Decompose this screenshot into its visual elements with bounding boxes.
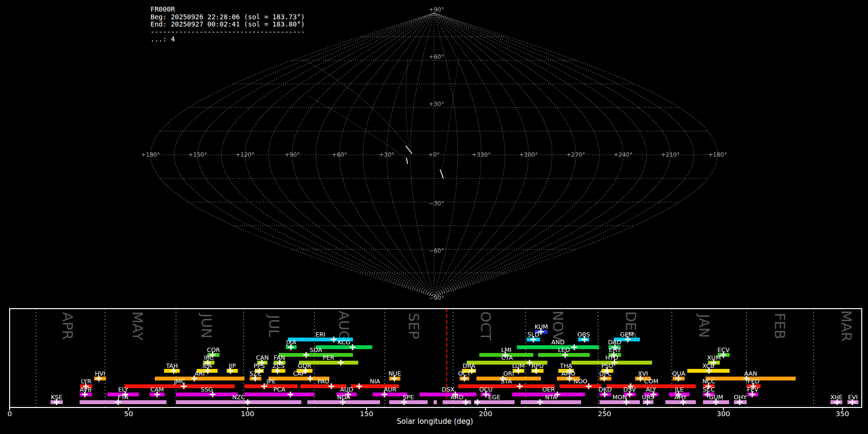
x-tick-label: 0 bbox=[7, 410, 12, 418]
shower-label: AMO bbox=[561, 370, 575, 377]
month-label: OCT bbox=[477, 312, 494, 341]
shower-label: HYD bbox=[605, 354, 618, 361]
month-label: APR bbox=[59, 312, 76, 339]
sky-lat-label: −30° bbox=[429, 200, 444, 207]
shower-label: CAP bbox=[293, 370, 305, 377]
shower-bar bbox=[458, 384, 555, 388]
x-tick-label: 350 bbox=[836, 410, 849, 418]
x-tick-label: 200 bbox=[479, 410, 492, 418]
x-tick-label: 300 bbox=[717, 410, 730, 418]
month-label: SEP bbox=[406, 313, 422, 339]
sky-lon-label: +210° bbox=[661, 151, 680, 158]
shower-bar bbox=[80, 400, 166, 404]
shower-bar bbox=[420, 393, 476, 396]
shower-label: STA bbox=[501, 378, 512, 385]
sky-lon-label: +150° bbox=[189, 151, 207, 158]
shower-label: AHY bbox=[675, 393, 687, 401]
shower-label: ERI bbox=[315, 331, 325, 338]
shower-label: HVI bbox=[95, 370, 106, 377]
sky-lat-label: −60° bbox=[429, 247, 444, 254]
shower-label: GDR bbox=[298, 362, 312, 369]
meteor-count-line: ...: 4 bbox=[150, 36, 305, 43]
month-label: JUL bbox=[266, 314, 282, 337]
shower-label: JLE bbox=[674, 386, 684, 393]
shower-label: OER bbox=[542, 386, 555, 393]
shower-bar bbox=[559, 384, 601, 388]
month-label: JUN bbox=[198, 312, 215, 338]
sky-lon-label: +120° bbox=[236, 151, 255, 158]
shower-label: FEV bbox=[747, 386, 759, 393]
shower-bar bbox=[244, 393, 314, 396]
shower-label: JPE bbox=[266, 378, 275, 385]
shower-label: OBS bbox=[577, 331, 590, 338]
shower-label: LMI bbox=[501, 346, 511, 353]
meteor-trail bbox=[309, 96, 407, 159]
separator-line: -------------------------------------- bbox=[150, 28, 305, 36]
x-tick-label: 150 bbox=[360, 410, 373, 418]
end-time-line: End: 20250927 00:02:41 (sol = 183.80°) bbox=[150, 21, 305, 28]
shower-bar bbox=[124, 384, 235, 388]
shower-label: LEO bbox=[558, 346, 570, 353]
observation-info-block: FR000RBeg: 20250926 22:28:06 (sol = 183.… bbox=[150, 6, 305, 43]
month-label: MAR bbox=[838, 310, 854, 341]
shower-bar bbox=[176, 393, 238, 396]
shower-label: RPU bbox=[531, 362, 543, 369]
shower-bar bbox=[389, 400, 428, 404]
shower-label: NIA bbox=[370, 378, 380, 385]
meteor-trail bbox=[406, 58, 409, 146]
meteor-observation-screen: +180°+150°+120°+90°+60°+30°+0°+330°+300°… bbox=[0, 0, 868, 434]
shower-label: ARD bbox=[450, 393, 463, 401]
shower-label: PER bbox=[323, 354, 334, 361]
shower-bar bbox=[279, 353, 353, 357]
sky-lon-label: +270° bbox=[567, 151, 585, 158]
begin-time-line: Beg: 20250926 22:28:06 (sol = 183.73°) bbox=[150, 14, 305, 21]
shower-label: FTA bbox=[118, 393, 129, 401]
shower-label: NOO bbox=[573, 378, 587, 385]
sky-lat-label: +30° bbox=[429, 101, 444, 108]
x-tick-label: 50 bbox=[124, 410, 133, 418]
sky-lon-label: +0° bbox=[428, 151, 440, 158]
sky-lon-label: +330° bbox=[472, 151, 491, 158]
sky-lat-label: +90° bbox=[429, 6, 444, 13]
meteor-segment bbox=[406, 146, 412, 153]
shower-label: NZC bbox=[232, 393, 245, 401]
shower-bar bbox=[521, 400, 581, 404]
shower-label: ELY bbox=[118, 386, 128, 393]
meteor-trail bbox=[442, 57, 459, 169]
sky-lon-label: +240° bbox=[614, 151, 633, 158]
sky-lon-label: +300° bbox=[519, 151, 538, 158]
meteor-segment bbox=[440, 170, 443, 178]
sky-lon-label: +30° bbox=[379, 151, 394, 158]
month-label: MAY bbox=[129, 312, 146, 341]
shower-label: KCG bbox=[338, 339, 351, 346]
shower-label: PAU bbox=[317, 378, 329, 385]
shower-label: EGE bbox=[488, 393, 501, 401]
sky-lon-label: +60° bbox=[332, 151, 347, 158]
shower-label: NTA bbox=[545, 393, 557, 401]
shower-label: JIP bbox=[228, 362, 236, 369]
shower-label: AND bbox=[551, 339, 565, 346]
shower-label: DSX bbox=[442, 386, 455, 393]
shower-label: ALY bbox=[646, 386, 656, 393]
shower-label: AUR bbox=[384, 386, 397, 393]
shower-label: TAH bbox=[165, 362, 178, 369]
shower-bar bbox=[176, 400, 301, 404]
sky-lon-label: +90° bbox=[285, 151, 299, 158]
shower-label: PCA bbox=[273, 386, 285, 393]
shower-bar bbox=[244, 384, 298, 388]
sky-lat-label: +60° bbox=[429, 54, 444, 60]
meteor-segment bbox=[407, 158, 407, 163]
shower-label: AVB bbox=[80, 386, 92, 393]
shower-bar bbox=[434, 400, 437, 404]
shower-label: EHY bbox=[609, 346, 621, 353]
shower-bar bbox=[155, 377, 244, 380]
x-tick-label: 100 bbox=[241, 410, 255, 418]
month-label: JAN bbox=[696, 313, 712, 338]
month-label: FEB bbox=[772, 313, 788, 339]
shower-label: IRC bbox=[204, 354, 214, 361]
sky-lon-label: +180° bbox=[708, 151, 727, 158]
shower-label: COR bbox=[207, 346, 220, 353]
month-label: NOV bbox=[550, 311, 566, 341]
shower-label: DPC bbox=[599, 370, 612, 377]
shower-label: ARI bbox=[195, 370, 205, 377]
